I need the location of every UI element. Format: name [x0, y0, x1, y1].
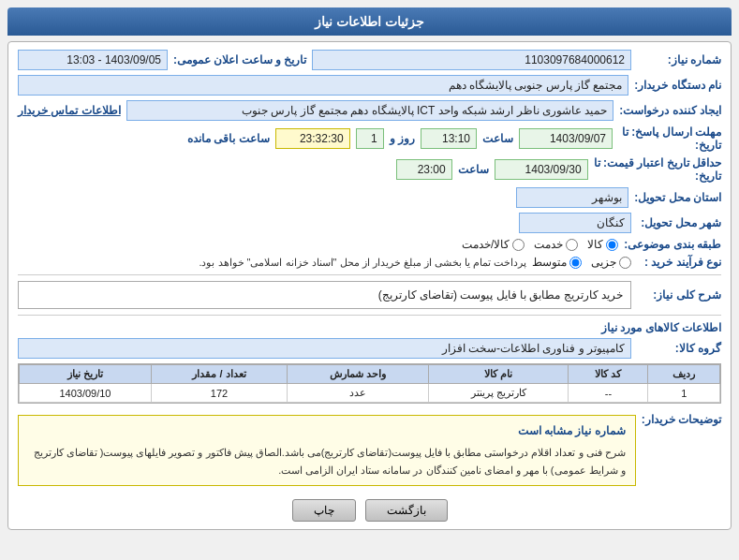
back-button[interactable]: بازگشت [365, 499, 448, 522]
radio-khadamat[interactable]: خدمت [534, 238, 578, 251]
ijad-konande-value: حمید عاشوری ناظر ارشد شبکه واحد ICT پالا… [126, 100, 614, 121]
nooe-farayand-label: نوع فرآیند خرید : [637, 256, 721, 269]
tarikh-eateebar-value: 1403/09/30 [495, 159, 588, 180]
sharh-koli-value: خرید کارتریج مطابق با فایل پیوست (تقاضای… [18, 281, 631, 309]
saat-eateebar-value: 23:00 [396, 159, 452, 180]
col-kod: کد کالا [569, 365, 648, 384]
kala-table: ردیف کد کالا نام کالا واحد شمارش تعداد /… [18, 363, 721, 404]
radio-jazii[interactable]: جزیی [591, 256, 631, 269]
print-button[interactable]: چاپ [292, 499, 356, 522]
notice-text: شرح فنی و تعداد اقلام درخواستی مطابق با … [34, 447, 626, 476]
col-qty: تعداد / مقدار [151, 365, 287, 384]
tarikh-ershsal-label: مهلت ارسال پاسخ: تاتاریخ: [618, 125, 721, 152]
tabaqe-label: طبقه بندی موضوعی: [624, 238, 721, 251]
radio-motavaset[interactable]: متوسط [532, 256, 582, 269]
baqi-mande-value: 23:32:30 [275, 128, 350, 149]
col-unit: واحد شمارش [288, 365, 429, 384]
tarikh-elan-value: 1403/09/05 - 13:03 [18, 50, 168, 70]
col-radif: ردیف [648, 365, 720, 384]
col-date: تاریخ نیاز [20, 365, 152, 384]
saat-ershsal-value: 13:10 [421, 128, 477, 149]
shomara-niaz-value: 1103097684000612 [312, 50, 631, 70]
notice-box: شماره نیاز مشابه است شرح فنی و تعداد اقل… [18, 415, 636, 486]
tarikh-ershsal-value: 1403/09/07 [519, 128, 613, 149]
tarikh-eateebar-label: حداقل تاریخ اعتبار قیمت: تاتاریخ: [594, 156, 721, 183]
radio-kala-khadamat[interactable]: کالا/خدمت [462, 238, 525, 251]
tarikh-elan-label: تاریخ و ساعت اعلان عمومی: [173, 53, 306, 66]
nooe-farayand-radio-group: جزیی متوسط [532, 256, 631, 269]
notice-title: شماره نیاز مشابه است [28, 421, 626, 440]
gorooh-kala-label: گروه کالا: [637, 342, 721, 355]
col-name: نام کالا [429, 365, 569, 384]
gorooh-kala-value: کامپیوتر و فناوری اطلاعات-سخت افزار [18, 338, 631, 359]
ettelaat-section-title: اطلاعات کالاهای مورد نیاز [18, 321, 721, 334]
ostan-label: استان محل تحویل: [634, 191, 721, 204]
nam-dastgah-label: نام دستگاه خریدار: [634, 79, 721, 92]
buyer-notes-label: توضیحات خریدار: [642, 413, 721, 426]
shahr-label: شهر محل تحویل: [637, 216, 721, 229]
ettelaat-tamas-link[interactable]: اطلاعات تماس خریدار [18, 104, 121, 117]
ostan-value: بوشهر [516, 187, 628, 208]
radio-kala[interactable]: کالا [587, 238, 618, 251]
farayand-note: پرداخت تمام یا بخشی از مبلغ خریدار از مح… [18, 257, 526, 269]
table-row: 1--کارتریج پرینترعدد1721403/09/10 [20, 384, 720, 403]
sharh-koli-label: شرح کلی نیاز: [637, 288, 721, 302]
ijad-konande-label: ایجاد کننده درخواست: [619, 104, 721, 117]
page-header: جزئیات اطلاعات نیاز [7, 7, 732, 36]
nam-dastgah-value: مجتمع گاز پارس جنوبی پالایشگاه دهم [18, 75, 628, 96]
shahr-value: کنگان [519, 213, 631, 233]
page-title: جزئیات اطلاعات نیاز [315, 14, 424, 29]
shomara-niaz-label: شماره نیاز: [637, 53, 721, 66]
tabaqe-radio-group: کالا خدمت کالا/خدمت [462, 238, 618, 251]
button-row: بازگشت چاپ [18, 499, 721, 522]
rooz-value: 1 [356, 128, 384, 149]
